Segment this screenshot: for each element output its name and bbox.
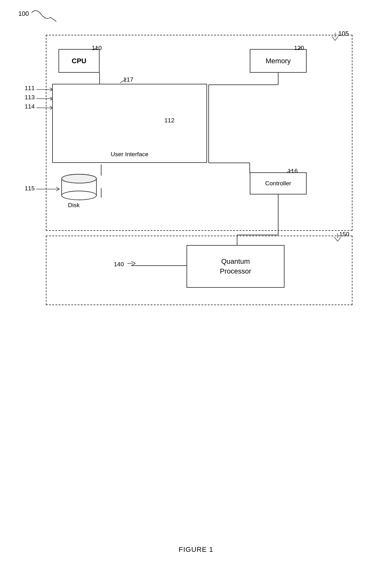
- figure-label: FIGURE 1: [179, 545, 213, 554]
- user-interface-label: User Interface: [111, 151, 148, 158]
- ref-111-label: 111: [25, 85, 35, 92]
- ref-113-label: 113: [25, 94, 35, 101]
- controller-box: Controller: [250, 172, 307, 194]
- ref-115-label: 115: [25, 185, 35, 192]
- ref-110-label: 110: [92, 45, 102, 52]
- quantum-processor-box: Quantum Processor: [187, 245, 285, 288]
- svg-line-0: [51, 17, 56, 22]
- ref-120-label: 120: [294, 45, 304, 52]
- ref-114-label: 114: [25, 103, 35, 110]
- ref-105-label: 105: [338, 30, 349, 37]
- ref-100-label: 100: [18, 10, 29, 17]
- user-interface-box: User Interface: [52, 84, 207, 163]
- disk-label: Disk: [68, 202, 80, 209]
- memory-label: Memory: [266, 57, 291, 65]
- quantum-processor-label: Quantum Processor: [220, 257, 251, 276]
- ref-116-label: 116: [288, 168, 298, 175]
- cpu-label: CPU: [72, 57, 86, 65]
- ref-150-label: 150: [339, 231, 349, 238]
- ref-140-label: 140: [114, 261, 124, 268]
- cpu-box: CPU: [58, 49, 100, 73]
- controller-label: Controller: [265, 180, 291, 187]
- diagram-container: 100 105 CPU 110 Memory 120 User Interfac…: [0, 0, 392, 579]
- ref-117-label: 117: [123, 76, 133, 83]
- ref-112-label: 112: [164, 117, 175, 124]
- memory-box: Memory: [250, 49, 307, 73]
